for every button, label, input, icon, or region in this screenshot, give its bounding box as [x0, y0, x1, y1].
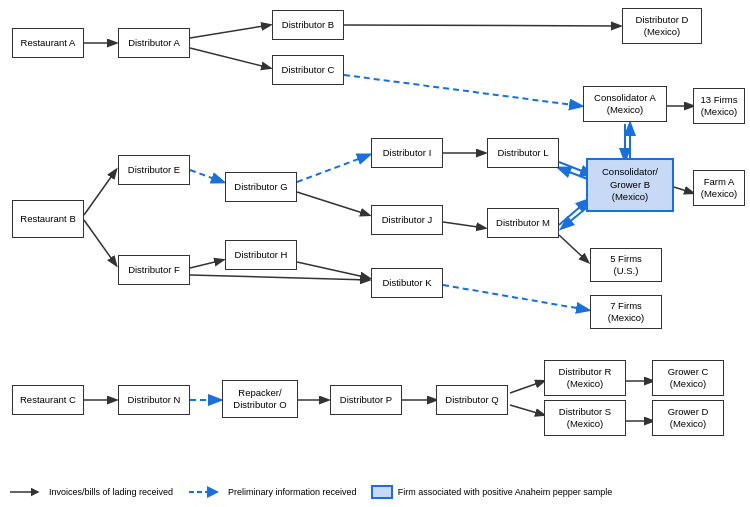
svg-line-12: [297, 192, 369, 215]
svg-line-23: [674, 187, 693, 193]
svg-line-8: [190, 170, 223, 182]
distributor-c-node: Distributor C: [272, 55, 344, 85]
grower-c-node: Grower C(Mexico): [652, 360, 724, 396]
svg-line-24: [559, 235, 588, 262]
svg-line-2: [190, 48, 270, 68]
legend-dashed-label: Preliminary information received: [228, 487, 357, 497]
restaurant-b-node: Restaurant B: [12, 200, 84, 238]
svg-line-4: [344, 75, 581, 106]
distributor-b-node: Distributor B: [272, 10, 344, 40]
farm-a-node: Farm A(Mexico): [693, 170, 745, 206]
distributor-i-node: Distributor I: [371, 138, 443, 168]
legend-dashed: Preliminary information received: [187, 485, 357, 499]
svg-line-6: [84, 170, 116, 215]
repacker-o-node: Repacker/Distributor O: [222, 380, 298, 418]
distributor-g-node: Distributor G: [225, 172, 297, 202]
distributor-k-node: Distibutor K: [371, 268, 443, 298]
svg-line-13: [297, 262, 369, 278]
svg-line-3: [344, 25, 620, 26]
distributor-n-node: Distributor N: [118, 385, 190, 415]
distributor-e-node: Distributor E: [118, 155, 190, 185]
consolidator-b-node: Consolidator/Grower B(Mexico): [586, 158, 674, 212]
svg-line-11: [297, 155, 369, 182]
distributor-s-node: Distributor S(Mexico): [544, 400, 626, 436]
svg-line-16: [443, 285, 588, 310]
grower-d-node: Grower D(Mexico): [652, 400, 724, 436]
legend-box-icon: [371, 485, 393, 499]
consolidator-a-node: Consolidator A(Mexico): [583, 86, 667, 122]
distributor-r-node: Distributor R(Mexico): [544, 360, 626, 396]
svg-line-1: [190, 25, 270, 38]
restaurant-c-node: Restaurant C: [12, 385, 84, 415]
distributor-m-node: Distributor M: [487, 208, 559, 238]
distributor-p-node: Distributor P: [330, 385, 402, 415]
svg-line-7: [84, 220, 116, 265]
legend: Invoices/bills of lading received Prelim…: [8, 485, 612, 499]
distributor-f-node: Distributor F: [118, 255, 190, 285]
svg-line-19: [559, 200, 588, 225]
firms-5-node: 5 Firms(U.S.): [590, 248, 662, 282]
svg-line-30: [510, 405, 544, 415]
distributor-j-node: Distributor J: [371, 205, 443, 235]
legend-solid: Invoices/bills of lading received: [8, 485, 173, 499]
distributor-l-node: Distributor L: [487, 138, 559, 168]
firms-7-node: 7 Firms(Mexico): [590, 295, 662, 329]
svg-line-15: [443, 222, 485, 228]
legend-box: Firm associated with positive Anaheim pe…: [371, 485, 613, 499]
legend-solid-label: Invoices/bills of lading received: [49, 487, 173, 497]
legend-box-label: Firm associated with positive Anaheim pe…: [398, 487, 613, 497]
svg-line-10: [190, 275, 369, 280]
distributor-q-node: Distributor Q: [436, 385, 508, 415]
distributor-a-node: Distributor A: [118, 28, 190, 58]
distributor-d-node: Distributor D(Mexico): [622, 8, 702, 44]
firms-13-node: 13 Firms(Mexico): [693, 88, 745, 124]
svg-line-29: [510, 381, 544, 393]
svg-line-9: [190, 260, 223, 268]
distributor-h-node: Distributor H: [225, 240, 297, 270]
restaurant-a-node: Restaurant A: [12, 28, 84, 58]
